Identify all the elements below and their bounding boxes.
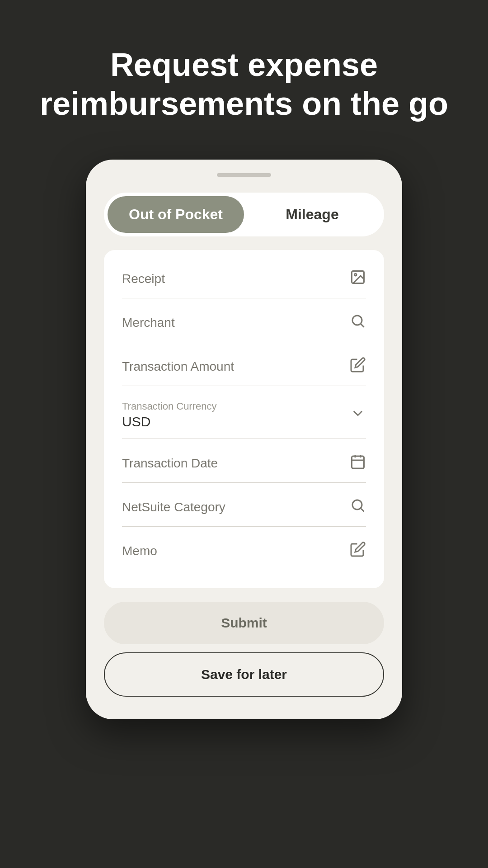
memo-field[interactable]: Memo <box>122 527 366 570</box>
search-icon-merchant <box>350 313 366 333</box>
chevron-down-icon <box>350 405 366 425</box>
phone-notch <box>217 173 271 177</box>
transaction-currency-label: Transaction Currency USD <box>122 401 216 429</box>
calendar-icon <box>350 453 366 473</box>
receipt-field[interactable]: Receipt <box>122 255 366 298</box>
currency-sublabel: Transaction Currency <box>122 401 216 412</box>
memo-label: Memo <box>122 544 157 558</box>
svg-point-8 <box>352 500 362 509</box>
form-container: Receipt Merchant Transaction Amount <box>104 250 384 588</box>
transaction-currency-field[interactable]: Transaction Currency USD <box>122 386 366 439</box>
search-icon-netsuite <box>350 497 366 517</box>
edit-icon-amount <box>350 357 366 377</box>
merchant-label: Merchant <box>122 316 175 330</box>
merchant-field[interactable]: Merchant <box>122 298 366 342</box>
transaction-date-field[interactable]: Transaction Date <box>122 439 366 483</box>
image-icon <box>350 269 366 289</box>
netsuite-category-label: NetSuite Category <box>122 500 225 514</box>
receipt-label: Receipt <box>122 272 165 286</box>
tab-bar: Out of Pocket Mileage <box>104 193 384 236</box>
svg-rect-4 <box>352 456 364 468</box>
netsuite-category-field[interactable]: NetSuite Category <box>122 483 366 527</box>
svg-point-1 <box>355 274 357 276</box>
svg-line-3 <box>361 324 364 327</box>
submit-button[interactable]: Submit <box>104 602 384 644</box>
currency-value: USD <box>122 414 216 429</box>
page-title: Request expense reimbursements on the go <box>0 45 488 123</box>
tab-mileage[interactable]: Mileage <box>244 196 380 233</box>
transaction-amount-label: Transaction Amount <box>122 359 234 374</box>
svg-point-2 <box>352 316 362 325</box>
transaction-amount-field[interactable]: Transaction Amount <box>122 342 366 386</box>
tab-out-of-pocket[interactable]: Out of Pocket <box>108 196 244 233</box>
phone-mockup: Out of Pocket Mileage Receipt Merchant <box>86 160 402 719</box>
edit-icon-memo <box>350 541 366 561</box>
svg-line-9 <box>361 509 364 512</box>
save-later-button[interactable]: Save for later <box>104 652 384 697</box>
transaction-date-label: Transaction Date <box>122 456 218 471</box>
